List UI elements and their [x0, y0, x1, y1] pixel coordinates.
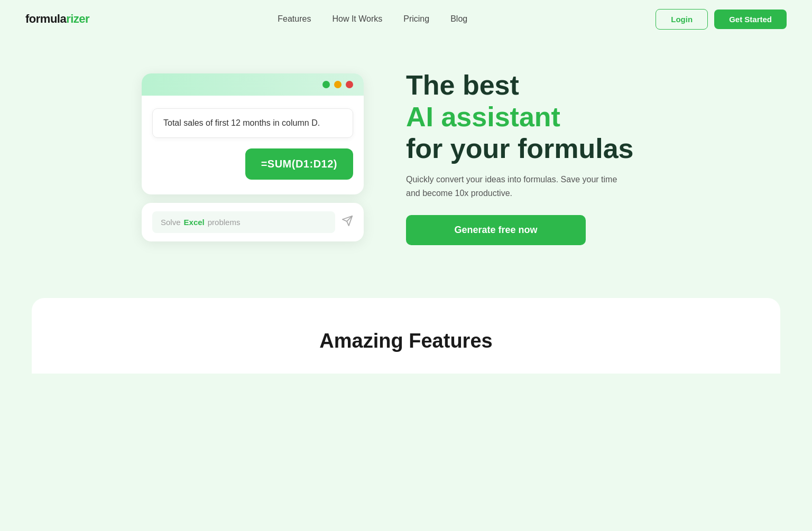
hero-heading: The best AI assistant for your formulas: [406, 70, 670, 164]
features-section: Amazing Features: [32, 298, 780, 374]
login-button[interactable]: Login: [656, 9, 708, 30]
query-text: Total sales of first 12 months in column…: [152, 108, 353, 138]
logo-rizer: rizer: [66, 12, 89, 25]
features-heading: Amazing Features: [63, 330, 749, 352]
nav-blog[interactable]: Blog: [450, 14, 467, 23]
demo-card: Total sales of first 12 months in column…: [142, 73, 364, 194]
nav-actions: Login Get Started: [656, 9, 787, 30]
hero-text: The best AI assistant for your formulas …: [406, 70, 670, 245]
card-titlebar: [142, 73, 364, 96]
input-suffix: problems: [208, 218, 241, 227]
generate-free-button[interactable]: Generate free now: [406, 215, 586, 245]
nav-links: Features How It Works Pricing Blog: [278, 14, 467, 24]
hero-description: Quickly convert your ideas into formulas…: [406, 173, 628, 200]
get-started-button[interactable]: Get Started: [714, 10, 787, 29]
dot-red-icon: [346, 81, 353, 88]
formula-badge: =SUM(D1:D12): [245, 148, 353, 180]
dot-yellow-icon: [334, 81, 342, 88]
nav-how-it-works[interactable]: How It Works: [332, 14, 382, 23]
formula-result-area: =SUM(D1:D12): [152, 148, 353, 180]
logo-formula: formula: [25, 12, 66, 25]
dot-green-icon: [322, 81, 330, 88]
heading-line3: for your formulas: [406, 133, 634, 164]
input-prefix: Solve: [161, 218, 181, 227]
nav-features[interactable]: Features: [278, 14, 311, 23]
input-highlight: Excel: [184, 218, 205, 227]
hero-card-area: Total sales of first 12 months in column…: [142, 73, 364, 241]
hero-section: Total sales of first 12 months in column…: [89, 38, 723, 266]
heading-ai: AI assistant: [406, 101, 560, 132]
input-card[interactable]: Solve Excel problems: [142, 203, 364, 241]
logo: formularizer: [25, 12, 89, 26]
formula-input[interactable]: Solve Excel problems: [152, 211, 335, 233]
nav-pricing[interactable]: Pricing: [403, 14, 429, 23]
navigation: formularizer Features How It Works Prici…: [0, 0, 812, 38]
send-icon[interactable]: [342, 215, 353, 229]
heading-line1: The best: [406, 70, 519, 100]
